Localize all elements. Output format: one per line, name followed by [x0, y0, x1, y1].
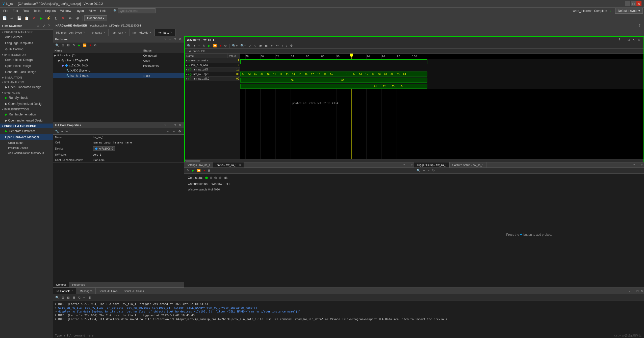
ila-minimize-btn[interactable]: ─ [168, 123, 172, 127]
waveform-hscroll-thumb[interactable] [185, 160, 200, 162]
flow-nav-collapse-btn[interactable]: ⊟ [36, 23, 40, 28]
tcl-tab-serial-links[interactable]: Serial I/O Links [96, 288, 121, 294]
toolbar-edit-btn[interactable]: ✏ [67, 15, 74, 21]
section-rtl-analysis[interactable]: ▾ RTL ANALYSIS [0, 80, 53, 84]
waveform-maximize-btn[interactable]: □ [627, 37, 631, 42]
section-ip-integrator[interactable]: ▾ IP INTEGRATOR [0, 52, 53, 57]
dashboard-button[interactable]: Dashboard ▾ [84, 15, 107, 21]
titlebar-controls[interactable]: ─ □ ✕ [625, 1, 641, 6]
wf-prev-btn[interactable]: ⏮ [258, 43, 263, 48]
tab-close-icon[interactable]: ✕ [149, 31, 151, 34]
nav-item-create-block-design[interactable]: Create Block Design [0, 57, 53, 63]
close-button[interactable]: ✕ [636, 1, 641, 6]
table-row[interactable]: 🔧 XADC (System... [53, 68, 184, 73]
status-panel-minimize-btn[interactable]: ─ [406, 163, 410, 167]
quickaccess-input[interactable] [118, 8, 156, 13]
tcl-tab-serial-scans[interactable]: Serial I/O Scans [121, 288, 147, 294]
tcl-tab-console[interactable]: Tcl Console ✕ [53, 288, 77, 294]
tcl-clear-btn[interactable]: 🗑 [88, 295, 93, 300]
tcl-search-btn[interactable]: 🔍 [54, 295, 60, 300]
menu-window[interactable]: Window [58, 9, 73, 13]
wf-add-btn[interactable]: + [193, 43, 196, 48]
tcl-maximize-btn[interactable]: □ [636, 289, 639, 293]
section-implementation[interactable]: ▾ IMPLEMENTATION [0, 107, 53, 111]
menu-edit[interactable]: Edit [11, 9, 20, 13]
toolbar-new-btn[interactable]: 📄 [1, 15, 8, 21]
trigger-add-btn[interactable]: + [422, 168, 426, 173]
hw-run-btn[interactable]: ▶ [77, 43, 81, 47]
nav-item-open-hardware-manager[interactable]: Open Hardware Manager [0, 134, 53, 140]
hw-refresh-btn[interactable]: ↻ [71, 43, 76, 47]
status-tab[interactable]: Status - hw_ila_1 ✕ [213, 162, 244, 167]
tcl-tab-close-icon[interactable]: ✕ [71, 289, 73, 292]
hw-settings-btn[interactable]: ⚙ [93, 43, 98, 47]
wf-zoom-in-btn[interactable]: 🔍+ [231, 43, 239, 48]
status-panel-help-btn[interactable]: ? [402, 163, 406, 167]
nav-item-ip-catalog[interactable]: ⚙ IP Catalog [0, 46, 53, 52]
settings-tab[interactable]: Settings - hw_ila_1 [184, 162, 213, 167]
table-row[interactable]: ▶ 🖥 localhost (1) Connected [53, 53, 184, 58]
tcl-wrap-btn[interactable]: ↵ [82, 295, 87, 300]
ila-maximize-btn[interactable]: □ [173, 123, 177, 127]
status-play-btn[interactable]: ▶ [191, 168, 195, 173]
hw-expand-all-btn[interactable]: ⊞ [61, 43, 65, 47]
tab-blk-mem[interactable]: blk_mem_gen_0.veo ✕ [53, 29, 88, 36]
signal-row[interactable]: ▾ ❰❱ ram_rw....a[7:0 00 [185, 72, 240, 77]
tab-ip-ram[interactable]: ip_ram.v ✕ [88, 29, 109, 36]
wf-refresh-btn[interactable]: ↻ [202, 43, 206, 48]
flow-nav-reset-btn[interactable]: ↺ [41, 23, 46, 28]
hw-manager-help-btn[interactable]: ? [638, 23, 641, 28]
menu-flow[interactable]: Flow [20, 9, 31, 13]
trigger-panel-maximize-btn[interactable]: □ [640, 163, 644, 167]
wf-fit2-btn[interactable]: ⤡ [253, 43, 257, 48]
tcl-copy-btn[interactable]: ⧉ [77, 295, 82, 300]
toolbar-save-btn[interactable]: 💾 [16, 15, 22, 21]
toolbar-back-btn[interactable]: ↩ [9, 15, 15, 21]
toolbar-saveas-btn[interactable]: 📋 [23, 15, 30, 21]
section-simulation[interactable]: ▶ SIMULATION [0, 75, 53, 80]
signal-row[interactable]: ▶ ∿ ram_rw_u/rst_r 1 [185, 58, 240, 63]
tcl-input[interactable] [55, 334, 642, 337]
flow-nav-help-btn[interactable]: ? [47, 23, 51, 28]
tcl-collapse-btn[interactable]: ⊟ [66, 295, 71, 300]
hw-forward-btn[interactable]: ⏩ [82, 43, 88, 47]
toolbar-program-btn[interactable]: ⚡ [45, 15, 52, 21]
status-stop-btn[interactable]: ■ [202, 168, 206, 173]
hardware-maximize-btn[interactable]: □ [173, 37, 177, 41]
tab-ram-rw[interactable]: ram_rw.v ✕ [109, 29, 130, 36]
section-synthesis[interactable]: ▾ SYNTHESIS [0, 90, 53, 95]
tab-close-icon[interactable]: ✕ [170, 31, 172, 34]
toolbar-sum-btn[interactable]: Σ [53, 15, 59, 21]
menu-help[interactable]: Help [98, 9, 109, 13]
nav-item-open-elaborated-design[interactable]: ▶ Open Elaborated Design [0, 84, 53, 90]
menu-reports[interactable]: Reports [43, 9, 58, 13]
signal-row[interactable]: ▾ ❰❱ ram_rw...drf[4 1b [185, 67, 240, 72]
hardware-close-btn[interactable]: ✕ [177, 37, 182, 41]
table-row[interactable]: 🔧 hw_ila_1 (ram... ○ Idle [53, 73, 184, 78]
section-program-debug[interactable]: ▾ PROGRAM AND DEBUG [0, 124, 53, 128]
status-refresh-btn[interactable]: ↻ [186, 168, 190, 173]
tab-close-icon[interactable]: ✕ [124, 31, 126, 34]
nav-item-program-device[interactable]: Program Device [0, 145, 53, 150]
wf-search-btn[interactable]: 🔍 [186, 43, 192, 48]
wf-play-btn[interactable]: ▶ [207, 43, 211, 48]
toolbar-route-btn[interactable]: ⊕ [74, 15, 81, 21]
tcl-minimize-btn[interactable]: ─ [631, 289, 636, 293]
ila-back-btn[interactable]: ← [165, 129, 170, 134]
wf-unloop-btn[interactable]: ↪ [275, 43, 280, 48]
menu-layout[interactable]: Layout [73, 9, 87, 13]
wf-loop-btn[interactable]: ↩ [270, 43, 274, 48]
nav-item-open-synthesized-design[interactable]: ▶ Open Synthesized Design [0, 101, 53, 107]
wf-up-btn[interactable]: ↑ [280, 43, 284, 48]
trigger-setup-tab[interactable]: Trigger Setup - hw_ila_1 [414, 162, 450, 167]
prop-tab-properties[interactable]: Properties [69, 282, 88, 287]
toolbar-close-btn[interactable]: ✕ [31, 15, 37, 21]
table-row[interactable]: ▶ 🔌 xilinx_tcf/Digilent/2 Open [53, 58, 184, 63]
trigger-minus-btn[interactable]: − [427, 168, 430, 173]
wf-forward-btn[interactable]: ⏩ [212, 43, 218, 48]
tab-ram-xdc[interactable]: ram_xdc.xdc ✕ [130, 29, 155, 36]
nav-item-add-sources[interactable]: Add Sources [0, 34, 53, 40]
waveform-close-btn[interactable]: ✕ [631, 37, 636, 42]
waveform-settings-btn[interactable]: ⚙ [637, 37, 641, 42]
ila-forward-btn[interactable]: → [171, 129, 176, 134]
